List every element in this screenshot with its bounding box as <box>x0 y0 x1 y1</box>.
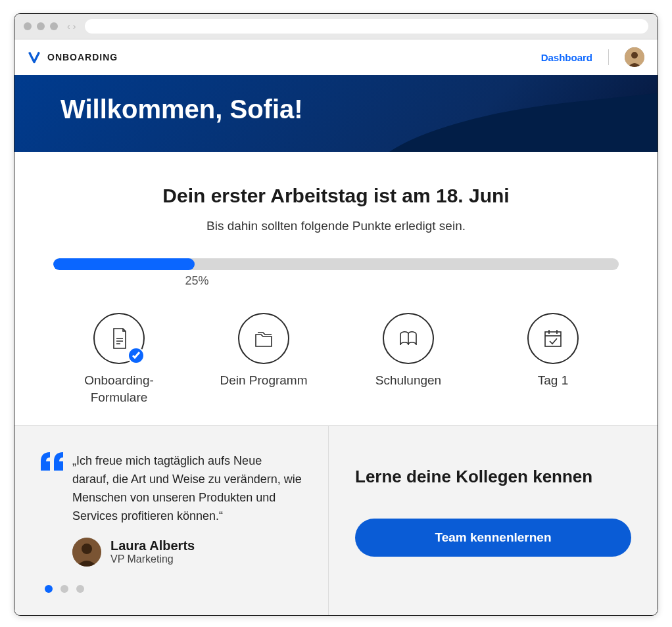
author-title: VP Marketing <box>110 553 195 565</box>
testimonial-author: Laura Alberts VP Marketing <box>72 538 302 567</box>
meet-team-heading: Lerne deine Kollegen kennen <box>355 467 631 487</box>
author-name: Laura Alberts <box>110 538 195 553</box>
step-onboarding-forms[interactable]: Onboarding-Formulare <box>60 313 178 406</box>
svg-point-4 <box>82 544 92 554</box>
headline-subtext: Bis dahin sollten folgende Punkte erledi… <box>41 219 631 233</box>
app-title: ONBOARDING <box>47 52 118 62</box>
welcome-heading: Willkommen, Sofia! <box>60 95 612 124</box>
meet-team-panel: Lerne deine Kollegen kennen Team kennenl… <box>329 426 658 615</box>
browser-window: ‹ › ONBOARDING Dashboard Willkommen, Sof… <box>14 13 658 616</box>
window-controls <box>24 22 58 30</box>
step-your-program[interactable]: Dein Programm <box>204 313 323 406</box>
nav-forward-icon[interactable]: › <box>73 21 76 32</box>
book-icon <box>383 313 434 364</box>
svg-rect-2 <box>545 332 561 346</box>
onboarding-steps: Onboarding-Formulare Dein Programm Schul… <box>41 313 631 406</box>
divider <box>608 49 609 65</box>
progress-track <box>53 258 619 270</box>
author-avatar <box>72 538 101 567</box>
window-close-dot[interactable] <box>24 22 32 30</box>
testimonial-pager <box>45 585 302 593</box>
pager-dot-1[interactable] <box>45 585 53 593</box>
step-label: Dein Programm <box>220 372 307 389</box>
folder-icon <box>238 313 289 364</box>
topbar: ONBOARDING Dashboard <box>14 39 658 75</box>
step-day-one[interactable]: Tag 1 <box>494 313 612 406</box>
document-check-icon <box>93 313 145 364</box>
hero-banner: Willkommen, Sofia! <box>14 75 658 152</box>
pager-dot-2[interactable] <box>60 585 68 593</box>
progress-bar <box>53 258 619 270</box>
completed-check-icon <box>128 347 145 364</box>
testimonial-panel: „Ich freue mich tagtäglich aufs Neue dar… <box>14 426 329 615</box>
svg-point-1 <box>631 52 638 58</box>
pager-dot-3[interactable] <box>76 585 84 593</box>
calendar-check-icon <box>527 313 579 364</box>
step-trainings[interactable]: Schulungen <box>349 313 468 406</box>
logo-v-icon <box>28 51 41 64</box>
testimonial-text: „Ich freue mich tagtäglich aufs Neue dar… <box>72 452 302 526</box>
quote-icon <box>41 452 64 526</box>
browser-chrome: ‹ › <box>14 14 658 39</box>
window-maximize-dot[interactable] <box>50 22 58 30</box>
user-avatar[interactable] <box>625 47 644 67</box>
progress-fill <box>53 258 195 270</box>
window-minimize-dot[interactable] <box>37 22 45 30</box>
address-bar[interactable] <box>85 19 648 34</box>
bottom-section: „Ich freue mich tagtäglich aufs Neue dar… <box>14 425 658 615</box>
step-label: Schulungen <box>375 372 441 389</box>
first-day-headline: Dein erster Arbeitstag ist am 18. Juni <box>41 185 631 207</box>
step-label: Tag 1 <box>538 372 568 389</box>
nav-back-icon[interactable]: ‹ <box>67 21 70 32</box>
main-content: Dein erster Arbeitstag ist am 18. Juni B… <box>14 152 658 425</box>
meet-team-button[interactable]: Team kennenlernen <box>355 519 631 557</box>
progress-percent-label: 25% <box>53 274 619 288</box>
dashboard-link[interactable]: Dashboard <box>541 52 592 63</box>
step-label: Onboarding-Formulare <box>60 372 178 406</box>
nav-arrows: ‹ › <box>67 21 76 32</box>
